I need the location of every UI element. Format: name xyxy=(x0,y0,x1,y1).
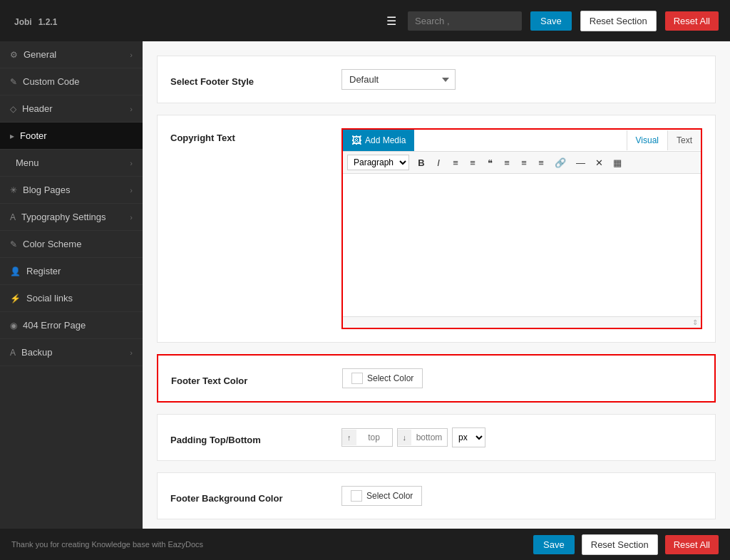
sidebar-item-typography-settings[interactable]: A Typography Settings › xyxy=(0,204,143,231)
code-icon: ✎ xyxy=(10,77,17,87)
topbar: Jobi 1.2.1 ☰ Save Reset Section Reset Al… xyxy=(0,0,730,41)
sidebar-item-general[interactable]: ⚙ General › xyxy=(0,41,143,68)
align-left-button[interactable]: ≡ xyxy=(499,155,515,170)
footer-text-color-control: Select Color xyxy=(342,368,701,388)
padding-top-wrap: ↑ xyxy=(341,428,393,447)
tab-text[interactable]: Text xyxy=(667,130,701,150)
editor-tabs: Visual Text xyxy=(627,130,701,150)
padding-bottom-input[interactable] xyxy=(411,429,447,446)
header-icon: ◇ xyxy=(10,104,16,114)
typography-icon: A xyxy=(10,212,16,222)
sidebar-item-label: General xyxy=(24,49,56,60)
sidebar-item-register[interactable]: 👤 Register xyxy=(0,258,143,285)
sidebar-item-header[interactable]: ◇ Header › xyxy=(0,95,143,123)
blog-icon: ✳ xyxy=(10,185,17,195)
sidebar-item-blog-pages[interactable]: ✳ Blog Pages › xyxy=(0,177,143,204)
link-button[interactable]: 🔗 xyxy=(550,155,570,170)
footer-bg-color-button[interactable]: Select Color xyxy=(341,486,422,506)
content-area: Select Footer Style Default Copyright Te… xyxy=(143,41,730,529)
padding-row: Padding Top/Bottom ↑ ↓ px em % xyxy=(157,414,716,461)
tab-visual[interactable]: Visual xyxy=(627,130,667,150)
unordered-list-button[interactable]: ≡ xyxy=(448,155,463,170)
search-input[interactable] xyxy=(408,11,522,31)
sidebar-item-404-error-page[interactable]: ◉ 404 Error Page xyxy=(0,312,143,339)
add-media-button[interactable]: 🖼 Add Media xyxy=(343,130,414,151)
bottombar-text: Thank you for creating Knowledge base wi… xyxy=(11,540,203,549)
padding-bottom-wrap: ↓ xyxy=(397,428,448,447)
color-icon: ✎ xyxy=(10,239,17,249)
sidebar-item-label: Header xyxy=(22,103,53,114)
footer-style-select[interactable]: Default xyxy=(341,69,456,90)
footer-text-color-row: Footer Text Color Select Color xyxy=(157,354,716,403)
horizontal-rule-button[interactable]: — xyxy=(572,155,590,170)
wp-editor: 🖼 Add Media Visual Text Paragraph B xyxy=(341,128,702,329)
bottombar-reset-all-button[interactable]: Reset All xyxy=(665,535,719,554)
padding-top-up-button[interactable]: ↑ xyxy=(342,430,356,445)
backup-icon: A xyxy=(10,348,16,358)
footer-text-color-label: Footer Text Color xyxy=(171,371,342,386)
footer-icon: ▸ xyxy=(10,131,14,141)
sidebar-item-label: Typography Settings xyxy=(21,212,106,222)
align-right-button[interactable]: ≡ xyxy=(533,155,549,170)
bottombar-save-button[interactable]: Save xyxy=(533,535,575,554)
menu-icon[interactable]: ☰ xyxy=(386,14,396,28)
paragraph-select[interactable]: Paragraph xyxy=(347,155,409,170)
main-layout: ⚙ General › ✎ Custom Code ◇ Header › ▸ F… xyxy=(0,41,730,529)
sidebar-item-label: Backup xyxy=(21,347,52,358)
footer-style-label: Select Footer Style xyxy=(170,72,341,87)
bg-color-swatch xyxy=(351,490,362,502)
copyright-text-label: Copyright Text xyxy=(170,128,341,143)
media-icon: 🖼 xyxy=(351,135,361,146)
padding-bottom-down-button[interactable]: ↓ xyxy=(398,430,412,445)
footer-style-row: Select Footer Style Default xyxy=(157,56,716,103)
chevron-right-icon: › xyxy=(130,159,133,167)
brand-logo: Jobi 1.2.1 xyxy=(11,14,57,28)
reset-all-button[interactable]: Reset All xyxy=(665,11,719,31)
sidebar-item-label: Footer xyxy=(20,130,47,141)
chevron-right-icon: › xyxy=(130,105,133,113)
editor-resize-handle[interactable]: ⇕ xyxy=(343,316,701,328)
padding-top-input[interactable] xyxy=(356,429,392,446)
editor-body[interactable] xyxy=(343,174,701,316)
sidebar-item-label: Blog Pages xyxy=(23,185,71,195)
padding-control: ↑ ↓ px em % xyxy=(341,427,702,447)
sidebar-item-footer[interactable]: ▸ Footer xyxy=(0,123,143,150)
sidebar-item-backup[interactable]: A Backup › xyxy=(0,339,143,366)
footer-bg-color-row: Footer Background Color Select Color xyxy=(157,472,716,519)
chevron-right-icon: › xyxy=(130,348,133,357)
bottombar: Thank you for creating Knowledge base wi… xyxy=(0,529,730,560)
sidebar-item-label: Register xyxy=(26,266,61,276)
color-swatch xyxy=(351,373,363,384)
chevron-right-icon: › xyxy=(130,51,133,59)
sidebar-item-label: 404 Error Page xyxy=(23,320,86,331)
footer-text-color-button[interactable]: Select Color xyxy=(342,368,423,388)
copyright-text-control: 🖼 Add Media Visual Text Paragraph B xyxy=(341,128,702,329)
padding-controls: ↑ ↓ px em % xyxy=(341,427,702,447)
sidebar-item-custom-code[interactable]: ✎ Custom Code xyxy=(0,68,143,95)
chevron-right-icon: › xyxy=(130,213,133,222)
error-icon: ◉ xyxy=(10,321,17,331)
social-icon: ⚡ xyxy=(10,294,21,304)
reset-section-button[interactable]: Reset Section xyxy=(580,11,657,31)
blockquote-button[interactable]: ❝ xyxy=(482,155,498,170)
gear-icon: ⚙ xyxy=(10,50,18,60)
padding-label: Padding Top/Bottom xyxy=(170,430,341,445)
chevron-right-icon: › xyxy=(130,186,133,195)
sidebar-item-label: Custom Code xyxy=(23,76,79,87)
padding-unit-select[interactable]: px em % xyxy=(452,427,485,447)
footer-style-control: Default xyxy=(341,69,702,90)
sidebar-item-social-links[interactable]: ⚡ Social links xyxy=(0,285,143,312)
ordered-list-button[interactable]: ≡ xyxy=(465,155,480,170)
align-center-button[interactable]: ≡ xyxy=(516,155,532,170)
remove-format-button[interactable]: ✕ xyxy=(591,155,607,170)
sidebar-item-color-scheme[interactable]: ✎ Color Scheme xyxy=(0,231,143,258)
footer-bg-color-label: Footer Background Color xyxy=(170,489,341,504)
italic-button[interactable]: I xyxy=(431,155,446,170)
save-button[interactable]: Save xyxy=(530,11,572,31)
bold-button[interactable]: B xyxy=(413,155,429,170)
table-button[interactable]: ▦ xyxy=(609,155,626,170)
bottombar-reset-section-button[interactable]: Reset Section xyxy=(582,534,658,555)
footer-bg-color-control: Select Color xyxy=(341,486,702,506)
sidebar-item-label: Menu xyxy=(16,157,39,168)
sidebar-item-menu[interactable]: Menu › xyxy=(0,150,143,177)
